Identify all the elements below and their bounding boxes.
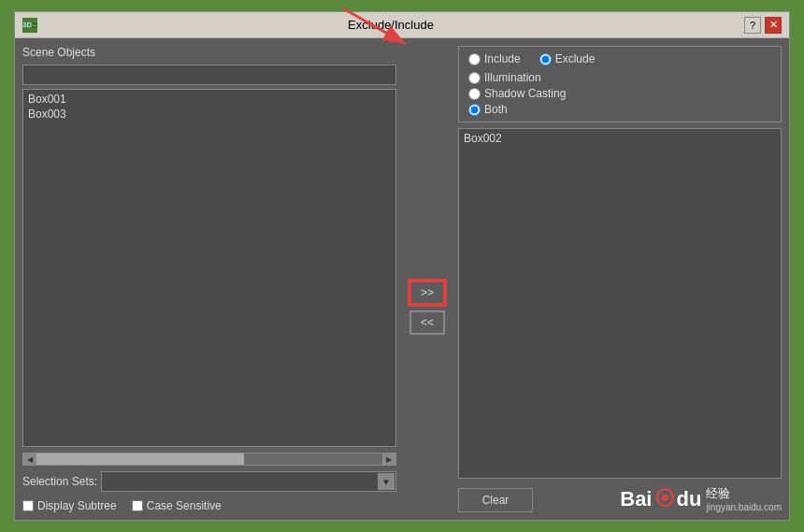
close-button[interactable]: ✕ xyxy=(765,17,782,34)
right-panel: Include Exclude Illumination Shadow Cast… xyxy=(458,46,782,512)
clear-button[interactable]: Clear xyxy=(458,488,533,512)
jingyan-text: 经验 xyxy=(706,485,782,502)
bottom-row: Clear Bai ⦿ du 经验 jingyan.baidu.com xyxy=(458,484,782,512)
shadow-casting-radio-label[interactable]: Shadow Casting xyxy=(468,87,771,100)
baidu-text-main: Bai xyxy=(620,487,652,511)
list-item[interactable]: Box003 xyxy=(25,107,394,122)
illumination-label: Illumination xyxy=(484,71,541,84)
both-radio-label[interactable]: Both xyxy=(468,103,771,116)
backward-button[interactable]: << xyxy=(409,310,445,335)
scrollbar-track xyxy=(36,453,382,465)
scene-objects-list[interactable]: Box001 Box003 xyxy=(22,89,396,447)
svg-text:3D: 3D xyxy=(34,24,36,27)
both-label: Both xyxy=(484,103,508,116)
dialog-body: Scene Objects Box001 Box003 ◀ ▶ Selectio… xyxy=(15,38,789,520)
display-subtree-text: Display Subtree xyxy=(37,499,117,512)
exclude-label: Exclude xyxy=(555,52,596,65)
include-exclude-row: Include Exclude xyxy=(468,52,771,65)
app-icon: 3D 3D xyxy=(22,18,37,33)
case-sensitive-text: Case Sensitive xyxy=(147,499,222,512)
checkboxes-row: Display Subtree Case Sensitive xyxy=(22,499,396,512)
list-item[interactable]: Box002 xyxy=(461,131,779,146)
dialog-window: 3D 3D Exclude/Include ? ✕ Scene Objects … xyxy=(14,11,790,521)
middle-buttons: >> << xyxy=(404,46,451,512)
shadow-casting-radio[interactable] xyxy=(468,88,481,100)
title-bar-left: 3D 3D xyxy=(22,18,37,33)
jingyan-url: jingyan.baidu.com xyxy=(706,502,782,512)
dialog-title: Exclude/Include xyxy=(348,18,434,32)
title-bar: 3D 3D Exclude/Include ? ✕ xyxy=(15,12,789,38)
case-sensitive-label[interactable]: Case Sensitive xyxy=(132,499,222,512)
include-radio-label[interactable]: Include xyxy=(468,52,521,65)
include-exclude-box: Include Exclude Illumination Shadow Cast… xyxy=(458,46,782,122)
forward-button[interactable]: >> xyxy=(409,280,445,305)
help-button[interactable]: ? xyxy=(744,17,761,34)
scroll-right-arrow[interactable]: ▶ xyxy=(382,453,395,465)
display-subtree-label[interactable]: Display Subtree xyxy=(22,499,117,512)
illumination-radio-label[interactable]: Illumination xyxy=(468,71,771,84)
selection-sets-row: Selection Sets: ▼ xyxy=(22,471,396,492)
title-bar-center: Exclude/Include xyxy=(37,18,744,32)
baidu-paw-icon: ⦿ xyxy=(654,487,675,511)
case-sensitive-checkbox[interactable] xyxy=(132,500,143,511)
exclude-radio[interactable] xyxy=(539,53,552,65)
scrollbar-thumb[interactable] xyxy=(36,453,244,465)
baidu-watermark: Bai ⦿ du 经验 jingyan.baidu.com xyxy=(620,485,782,512)
selection-sets-dropdown[interactable] xyxy=(101,471,396,492)
scroll-left-arrow[interactable]: ◀ xyxy=(23,453,36,465)
baidu-text-du: du xyxy=(677,487,702,511)
scene-objects-label: Scene Objects xyxy=(22,46,396,59)
display-subtree-checkbox[interactable] xyxy=(22,500,34,511)
shadow-casting-label: Shadow Casting xyxy=(484,87,566,100)
both-radio[interactable] xyxy=(468,104,481,116)
options-group: Illumination Shadow Casting Both xyxy=(468,71,771,116)
left-panel: Scene Objects Box001 Box003 ◀ ▶ Selectio… xyxy=(22,46,396,512)
selection-sets-label: Selection Sets: xyxy=(22,475,97,488)
jingyan-block: 经验 jingyan.baidu.com xyxy=(706,485,782,512)
title-bar-controls: ? ✕ xyxy=(744,17,782,34)
include-label: Include xyxy=(484,52,521,65)
search-input[interactable] xyxy=(22,65,396,85)
selection-sets-dropdown-wrapper: ▼ xyxy=(101,471,396,492)
include-radio[interactable] xyxy=(468,53,481,65)
illumination-radio[interactable] xyxy=(468,72,481,84)
list-item[interactable]: Box001 xyxy=(25,92,394,107)
exclude-radio-label[interactable]: Exclude xyxy=(539,52,596,65)
excluded-objects-list[interactable]: Box002 xyxy=(458,128,782,479)
horizontal-scrollbar[interactable]: ◀ ▶ xyxy=(22,453,396,466)
